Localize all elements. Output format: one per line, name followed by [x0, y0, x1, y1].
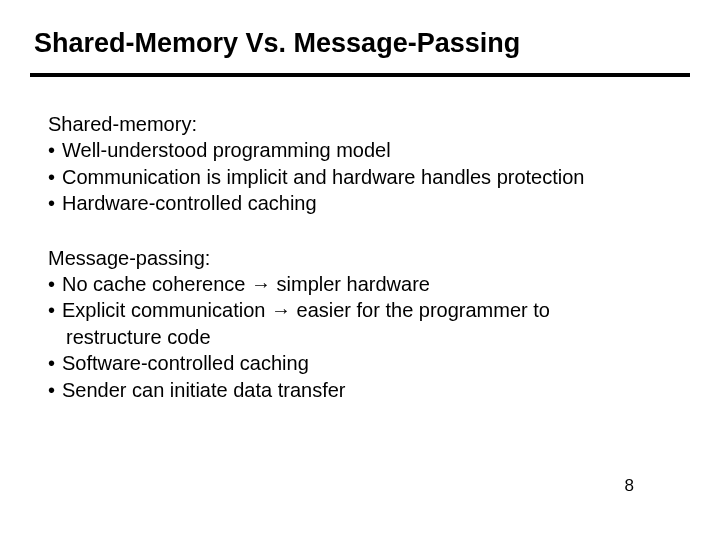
- sec2-bullet1-text: No cache coherence → simpler hardware: [62, 271, 690, 297]
- sec2-bullet3-text: Software-controlled caching: [62, 350, 690, 376]
- bullet-dot: •: [48, 350, 62, 376]
- slide-body: Shared-memory: • Well-understood program…: [30, 111, 690, 403]
- sec1-bullet1: • Well-understood programming model: [48, 137, 690, 163]
- page-number: 8: [625, 476, 634, 496]
- sec2-bullet2: • Explicit communication → easier for th…: [48, 297, 690, 323]
- sec1-bullet3-text: Hardware-controlled caching: [62, 190, 690, 216]
- sec2-bullet2-cont-text: restructure code: [62, 324, 690, 350]
- sec2-bullet4: • Sender can initiate data transfer: [48, 377, 690, 403]
- bullet-dot: •: [48, 297, 62, 323]
- sec1-bullet1-text: Well-understood programming model: [62, 137, 690, 163]
- sec2-bullet1: • No cache coherence → simpler hardware: [48, 271, 690, 297]
- sec2-bullet2-text: Explicit communication → easier for the …: [62, 297, 690, 323]
- section1-head: Shared-memory:: [48, 111, 690, 137]
- slide-title: Shared-Memory Vs. Message-Passing: [30, 28, 690, 77]
- sec1-bullet2-text: Communication is implicit and hardware h…: [62, 164, 690, 190]
- sec2-bullet4-text: Sender can initiate data transfer: [62, 377, 690, 403]
- sec1-bullet3: • Hardware-controlled caching: [48, 190, 690, 216]
- section2-head: Message-passing:: [48, 245, 690, 271]
- arrow-icon: →: [271, 299, 291, 321]
- bullet-dot: •: [48, 271, 62, 297]
- sec1-bullet2: • Communication is implicit and hardware…: [48, 164, 690, 190]
- bullet-dot: •: [48, 190, 62, 216]
- slide: Shared-Memory Vs. Message-Passing Shared…: [0, 0, 720, 540]
- arrow-icon: →: [251, 273, 271, 295]
- bullet-dot: •: [48, 164, 62, 190]
- bullet-dot: •: [48, 377, 62, 403]
- sec2-bullet2-cont: • restructure code: [48, 324, 690, 350]
- sec2-bullet3: • Software-controlled caching: [48, 350, 690, 376]
- bullet-dot: •: [48, 137, 62, 163]
